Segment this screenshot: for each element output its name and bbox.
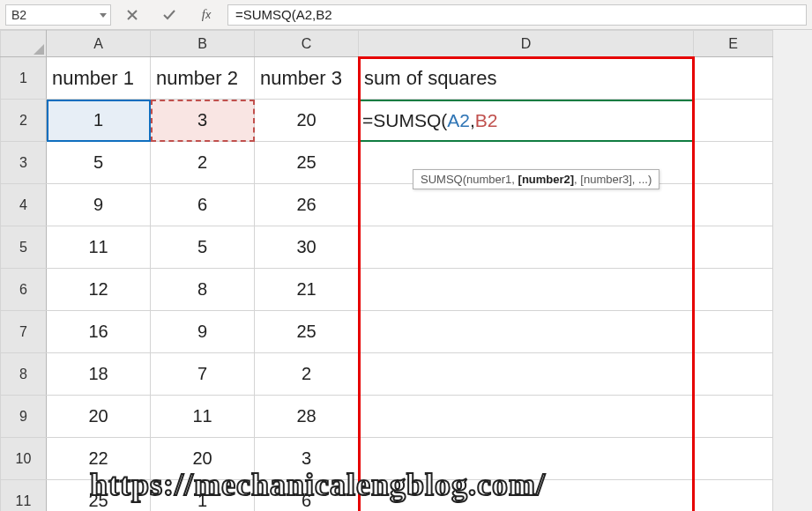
row-header-8[interactable]: 8 [1, 353, 47, 396]
cell-A4[interactable]: 9 [47, 184, 151, 226]
cell-C2[interactable]: 20 [255, 100, 359, 142]
col-header-D[interactable]: D [359, 31, 694, 57]
cell-B9[interactable]: 11 [151, 396, 255, 438]
cell-B1[interactable]: number 2 [151, 57, 255, 100]
row-header-5[interactable]: 5 [1, 226, 47, 269]
col-header-B[interactable]: B [151, 31, 255, 57]
cell-D9[interactable] [359, 396, 694, 438]
cell-A7[interactable]: 16 [47, 311, 151, 353]
col-header-C[interactable]: C [255, 31, 359, 57]
formula-input[interactable]: =SUMSQ(A2,B2 [227, 4, 807, 26]
cell-E9[interactable] [694, 396, 773, 438]
cell-E4[interactable] [694, 184, 773, 226]
row-header-11[interactable]: 11 [1, 480, 47, 512]
cell-D7[interactable] [359, 311, 694, 353]
cell-E7[interactable] [694, 311, 773, 353]
cell-E2[interactable] [694, 100, 773, 142]
row-header-6[interactable]: 6 [1, 269, 47, 311]
cell-A2[interactable]: 1 [47, 100, 151, 142]
cell-C8[interactable]: 2 [255, 353, 359, 396]
cell-C4[interactable]: 26 [255, 184, 359, 226]
row-header-2[interactable]: 2 [1, 100, 47, 142]
cell-A9[interactable]: 20 [47, 396, 151, 438]
cell-C9[interactable]: 28 [255, 396, 359, 438]
cell-B8[interactable]: 7 [151, 353, 255, 396]
row-header-9[interactable]: 9 [1, 396, 47, 438]
cell-B6[interactable]: 8 [151, 269, 255, 311]
tooltip-prefix: SUMSQ(number1, [421, 173, 518, 186]
cell-B4[interactable]: 6 [151, 184, 255, 226]
cell-D6[interactable] [359, 269, 694, 311]
col-header-A[interactable]: A [47, 31, 151, 57]
cell-A8[interactable]: 18 [47, 353, 151, 396]
cell-E1[interactable] [694, 57, 773, 100]
grid-table: A B C D E 1 number 1 number 2 number 3 s… [0, 30, 773, 511]
cell-E3[interactable] [694, 142, 773, 184]
cell-E5[interactable] [694, 226, 773, 269]
function-tooltip: SUMSQ(number1, [number2], [number3], ...… [413, 169, 659, 189]
cell-B3[interactable]: 2 [151, 142, 255, 184]
row-header-3[interactable]: 3 [1, 142, 47, 184]
spreadsheet-grid: A B C D E 1 number 1 number 2 number 3 s… [0, 30, 812, 511]
cell-E11[interactable] [694, 480, 773, 512]
row-header-1[interactable]: 1 [1, 57, 47, 100]
cell-B7[interactable]: 9 [151, 311, 255, 353]
formula-ref-b2: B2 [475, 110, 498, 130]
tooltip-suffix: , [number3], ...) [574, 173, 652, 186]
cell-A3[interactable]: 5 [47, 142, 151, 184]
cell-D8[interactable] [359, 353, 694, 396]
fx-icon[interactable]: fx [197, 6, 215, 24]
cell-B2[interactable]: 3 [151, 100, 255, 142]
cancel-icon[interactable] [123, 6, 141, 24]
cell-E10[interactable] [694, 438, 773, 480]
cell-C7[interactable]: 25 [255, 311, 359, 353]
cell-E6[interactable] [694, 269, 773, 311]
formula-bar-row: B2 fx =SUMSQ(A2,B2 [0, 0, 812, 30]
formula-ref-a2: A2 [447, 110, 470, 130]
name-box[interactable]: B2 [5, 4, 111, 26]
watermark-text: https://mechanicalengblog.com/ [90, 466, 546, 503]
cell-D1[interactable]: sum of squares [359, 57, 694, 100]
cell-C6[interactable]: 21 [255, 269, 359, 311]
cell-C5[interactable]: 30 [255, 226, 359, 269]
cell-E8[interactable] [694, 353, 773, 396]
select-all-corner[interactable] [1, 31, 47, 57]
cell-D5[interactable] [359, 226, 694, 269]
row-header-10[interactable]: 10 [1, 438, 47, 480]
tooltip-current-arg: [number2] [518, 173, 575, 186]
cell-D4[interactable] [359, 184, 694, 226]
confirm-icon[interactable] [160, 6, 178, 24]
cell-A1[interactable]: number 1 [47, 57, 151, 100]
cell-C1[interactable]: number 3 [255, 57, 359, 100]
cell-B5[interactable]: 5 [151, 226, 255, 269]
formula-fn: =SUMSQ( [362, 110, 447, 130]
row-header-7[interactable]: 7 [1, 311, 47, 353]
formula-bar-icons: fx [123, 6, 215, 24]
cell-A5[interactable]: 11 [47, 226, 151, 269]
row-header-4[interactable]: 4 [1, 184, 47, 226]
cell-D2[interactable]: =SUMSQ(A2,B2 [359, 100, 694, 142]
col-header-E[interactable]: E [694, 31, 773, 57]
cell-A6[interactable]: 12 [47, 269, 151, 311]
cell-C3[interactable]: 25 [255, 142, 359, 184]
